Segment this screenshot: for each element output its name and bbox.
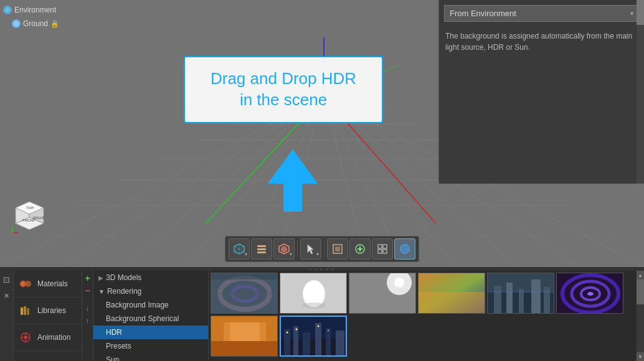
lock-icon: 🔒 bbox=[50, 19, 59, 28]
nav-item-animation[interactable]: Animation bbox=[14, 324, 82, 351]
tree-item-3dmodels[interactable]: ▶ 3D Models bbox=[93, 271, 208, 284]
shape-icon bbox=[278, 243, 290, 255]
tree-item-rendering[interactable]: ▼ Rendering bbox=[93, 284, 208, 298]
thumbnails-scrollbar: ▲ ▼ bbox=[637, 271, 644, 361]
stack-button[interactable] bbox=[327, 238, 348, 260]
scene-item-environment[interactable]: Environment bbox=[3, 3, 59, 17]
tree-label-bgimage: Background Image bbox=[106, 301, 169, 309]
cursor-button[interactable]: ▾ bbox=[300, 238, 321, 260]
tree-label-sun: Sun bbox=[106, 355, 119, 361]
svg-rect-61 bbox=[24, 306, 26, 315]
layers-button[interactable] bbox=[251, 238, 272, 260]
bottom-panel: ⊡ ✕ Materials Libraries bbox=[0, 271, 644, 361]
panel-description: The background is assigned automatically… bbox=[444, 28, 639, 55]
scroll-track[interactable] bbox=[637, 279, 644, 352]
svg-rect-105 bbox=[326, 328, 331, 357]
thumb-city-360[interactable] bbox=[487, 273, 554, 314]
tree-panel: ▶ 3D Models ▼ Rendering Background Image… bbox=[93, 271, 209, 361]
tree-item-bgimage[interactable]: Background Image bbox=[93, 298, 208, 312]
nav-item-materials[interactable]: Materials bbox=[14, 271, 82, 298]
toolbar-separator-2 bbox=[324, 240, 324, 258]
background-dropdown[interactable]: From Environment ▾ bbox=[444, 5, 639, 22]
tree-arrow-3dmodels: ▶ bbox=[98, 274, 103, 281]
svg-rect-101 bbox=[284, 329, 290, 357]
right-panel: From Environment ▾ The background is ass… bbox=[438, 0, 644, 184]
thumb-white-object[interactable] bbox=[280, 273, 347, 314]
environment-icon bbox=[3, 6, 12, 14]
svg-marker-44 bbox=[281, 246, 287, 253]
scene-item-ground[interactable]: Ground 🔒 bbox=[3, 17, 59, 30]
thumb-studio-gray[interactable] bbox=[349, 273, 416, 314]
svg-rect-106 bbox=[336, 331, 344, 357]
scroll-down-button[interactable]: ▼ bbox=[637, 352, 644, 361]
shape-dropdown-indicator: ▾ bbox=[290, 251, 292, 257]
svg-rect-103 bbox=[303, 332, 310, 357]
layers-icon bbox=[255, 243, 268, 255]
close-panel-button[interactable]: ✕ bbox=[1, 290, 12, 301]
tree-item-sun[interactable]: Sun bbox=[93, 353, 208, 361]
svg-rect-42 bbox=[257, 251, 266, 253]
grid-view-icon bbox=[376, 243, 389, 255]
dropdown-arrow-icon: ▾ bbox=[630, 10, 633, 17]
svg-point-107 bbox=[286, 332, 288, 334]
svg-text:RIGHT: RIGHT bbox=[33, 216, 45, 220]
toggle-panel-button[interactable]: ⊡ bbox=[1, 274, 12, 285]
view-cube[interactable]: FRONT RIGHT TOP bbox=[9, 195, 50, 236]
ground-icon bbox=[12, 19, 21, 28]
svg-rect-54 bbox=[383, 250, 387, 253]
camera-button[interactable] bbox=[394, 238, 415, 260]
nav-item-libraries[interactable]: Libraries bbox=[14, 298, 82, 324]
svg-point-108 bbox=[296, 329, 298, 331]
svg-rect-51 bbox=[378, 245, 382, 248]
animation-label: Animation bbox=[37, 333, 70, 342]
arrow-up-icon bbox=[268, 149, 318, 212]
thumbnails-panel bbox=[209, 271, 637, 361]
dnd-tooltip-text: Drag and Drop HDR in the scene bbox=[197, 68, 369, 111]
dropdown-indicator: ▾ bbox=[245, 251, 247, 257]
libraries-icon bbox=[19, 304, 32, 317]
tree-item-hdr[interactable]: HDR bbox=[93, 326, 208, 339]
scroll-up-button[interactable]: ▲ bbox=[637, 271, 644, 279]
svg-rect-87 bbox=[531, 279, 541, 314]
scene-tree: Environment Ground 🔒 bbox=[3, 3, 59, 30]
scrollbar-thumb[interactable] bbox=[637, 0, 644, 25]
thumb-colorful[interactable] bbox=[418, 273, 485, 314]
thumb-interior-360[interactable] bbox=[211, 273, 278, 314]
svg-point-76 bbox=[303, 302, 325, 309]
tree-label-bgspherical: Background Spherical bbox=[106, 314, 179, 323]
dnd-tooltip: Drag and Drop HDR in the scene bbox=[184, 56, 383, 123]
thumb-orange-interior[interactable] bbox=[211, 316, 278, 357]
grid-view-button[interactable] bbox=[372, 238, 393, 260]
svg-rect-85 bbox=[506, 283, 513, 314]
thumb-night-city[interactable] bbox=[280, 316, 347, 357]
cube-button[interactable]: ▾ bbox=[229, 238, 250, 260]
thumb-purple-tunnel[interactable] bbox=[556, 273, 623, 314]
view-cube-svg: FRONT RIGHT TOP bbox=[9, 195, 50, 236]
tree-label-presets: Presets bbox=[106, 342, 131, 350]
import-button[interactable]: ↓ bbox=[83, 304, 92, 312]
remove-item-button[interactable]: − bbox=[83, 286, 92, 295]
libraries-label: Libraries bbox=[37, 306, 66, 315]
export-button[interactable]: ↑ bbox=[83, 316, 92, 325]
ground-label: Ground bbox=[23, 17, 48, 30]
tree-label-rendering: Rendering bbox=[107, 287, 141, 296]
tree-label-3dmodels: 3D Models bbox=[106, 273, 141, 282]
svg-point-59 bbox=[25, 281, 31, 287]
svg-point-109 bbox=[318, 326, 320, 327]
materials-icon bbox=[19, 277, 32, 291]
camera-icon bbox=[399, 243, 411, 255]
add-item-button[interactable]: + bbox=[83, 274, 92, 283]
materials-label: Materials bbox=[37, 279, 68, 288]
right-panel-scrollbar[interactable] bbox=[637, 0, 644, 184]
add-object-button[interactable] bbox=[349, 238, 371, 260]
animation-icon bbox=[19, 331, 32, 344]
shape-button[interactable]: ▾ bbox=[273, 238, 295, 260]
tree-item-presets[interactable]: Presets bbox=[93, 339, 208, 353]
tree-item-bgspherical[interactable]: Background Spherical bbox=[93, 312, 208, 326]
svg-rect-86 bbox=[519, 289, 524, 314]
scroll-thumb[interactable] bbox=[637, 279, 644, 304]
svg-text:TOP: TOP bbox=[26, 206, 34, 210]
add-object-icon bbox=[354, 243, 366, 255]
svg-point-79 bbox=[394, 278, 404, 288]
svg-point-94 bbox=[587, 292, 594, 296]
